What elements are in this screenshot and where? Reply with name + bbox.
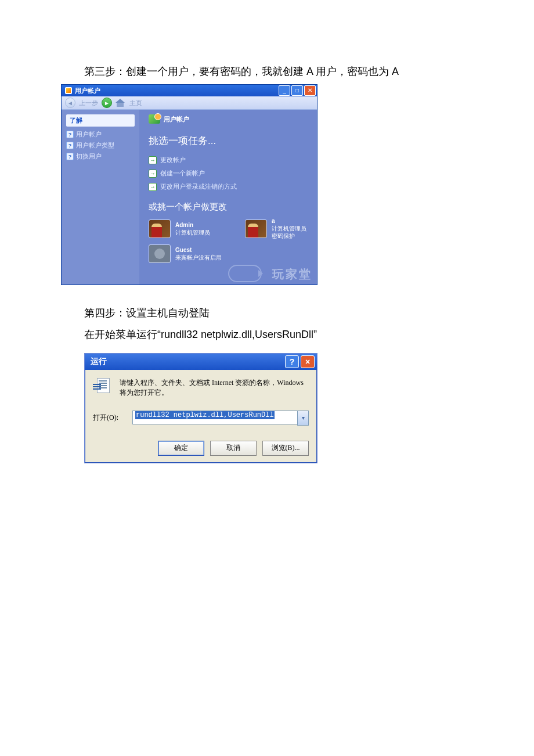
heading-pick-account: 或挑一个帐户做更改 [149, 201, 308, 213]
window-icon [65, 87, 72, 94]
cancel-button[interactable]: 取消 [210, 441, 257, 456]
close-button[interactable]: × [301, 355, 315, 368]
account-role: 计算机管理员 [175, 229, 210, 236]
close-button[interactable]: ✕ [304, 85, 316, 96]
account-name: Guest [175, 246, 222, 254]
step3-paragraph: 第三步：创建一个用户，要有密码的，我就创建 A 用户，密码也为 A [84, 64, 534, 80]
open-label: 打开(O): [93, 413, 128, 423]
breadcrumb: 用户帐户 [149, 114, 308, 124]
run-icon [93, 378, 111, 393]
account-name: Admin [175, 221, 210, 229]
arrow-icon: → [149, 170, 157, 178]
sidebar-item[interactable]: ?切换用户 [66, 151, 135, 162]
nav-back-label: 上一步 [79, 99, 98, 107]
task-link[interactable]: →更改用户登录或注销的方式 [149, 182, 308, 191]
help-icon: ? [66, 142, 74, 149]
nav-home-label: 主页 [129, 99, 142, 107]
browse-button[interactable]: 浏览(B)... [262, 441, 309, 456]
main-panel: 用户帐户 挑选一项任务... →更改帐户 →创建一个新帐户 →更改用户登录或注销… [139, 110, 317, 285]
heading-pick-task: 挑选一项任务... [149, 134, 308, 147]
task-link[interactable]: →更改帐户 [149, 156, 308, 164]
arrow-icon: → [149, 156, 157, 164]
task-link[interactable]: →创建一个新帐户 [149, 169, 308, 178]
maximize-button[interactable]: □ [291, 85, 303, 96]
sidebar-item[interactable]: ?用户帐户类型 [66, 140, 135, 151]
window-toolbar: ◄ 上一步 ► 主页 [62, 96, 317, 110]
step4-paragraph: 第四步：设置主机自动登陆 [84, 305, 534, 321]
sidebar: 了解 ?用户帐户 ?用户帐户类型 ?切换用户 [62, 110, 139, 285]
arrow-icon: → [149, 183, 157, 191]
run-titlebar[interactable]: 运行 ? × [85, 354, 317, 370]
user-accounts-window: 用户帐户 _ □ ✕ ◄ 上一步 ► 主页 了解 ?用户帐户 ?用户帐户类型 ?… [61, 84, 317, 285]
sidebar-item[interactable]: ?用户帐户 [66, 129, 135, 140]
account-extra: 密码保护 [272, 232, 306, 240]
step4-sub-paragraph: 在开始菜单运行“rundll32 netplwiz.dll,UsersRunDl… [84, 327, 534, 343]
sidebar-header: 了解 [66, 114, 135, 127]
help-icon: ? [66, 153, 74, 160]
avatar [245, 219, 267, 238]
user-accounts-icon [149, 114, 160, 124]
nav-back-icon[interactable]: ◄ [65, 98, 75, 108]
dropdown-button[interactable]: ▾ [297, 411, 309, 426]
account-name: a [272, 217, 306, 225]
ok-button[interactable]: 确定 [158, 441, 204, 456]
image-watermark: 玩家堂 [228, 265, 312, 282]
avatar [149, 219, 171, 238]
nav-forward-icon[interactable]: ► [102, 98, 112, 108]
window-titlebar[interactable]: 用户帐户 _ □ ✕ [62, 85, 317, 96]
account-role: 来宾帐户没有启用 [175, 254, 222, 261]
account-role: 计算机管理员 [272, 225, 306, 232]
account-item-guest[interactable]: Guest 来宾帐户没有启用 [149, 244, 222, 263]
home-icon[interactable] [116, 99, 125, 107]
help-icon: ? [66, 131, 74, 138]
account-item-admin[interactable]: Admin 计算机管理员 [149, 217, 210, 240]
avatar [149, 244, 171, 263]
run-message: 请键入程序、文件夹、文档或 Internet 资源的名称，Windows 将为您… [120, 378, 309, 398]
run-dialog: 运行 ? × 请键入程序、文件夹、文档或 Internet 资源的名称，Wind… [84, 353, 317, 463]
watermark-logo-icon [228, 265, 262, 282]
help-button[interactable]: ? [285, 355, 299, 368]
minimize-button[interactable]: _ [279, 85, 290, 96]
run-title: 运行 [91, 357, 283, 367]
window-title: 用户帐户 [75, 87, 279, 95]
open-input[interactable]: rundll32 netplwiz.dll,UsersRunDll [132, 411, 297, 424]
account-item-a[interactable]: a 计算机管理员 密码保护 [245, 217, 306, 240]
